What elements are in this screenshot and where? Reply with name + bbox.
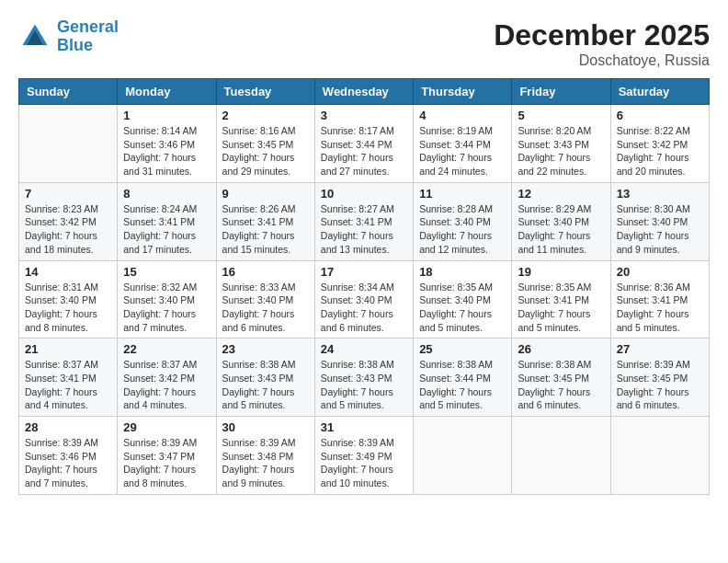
calendar-week-row: 21Sunrise: 8:37 AM Sunset: 3:41 PM Dayli… — [19, 339, 710, 417]
day-number: 11 — [419, 187, 506, 201]
calendar-cell: 26Sunrise: 8:38 AM Sunset: 3:45 PM Dayli… — [512, 339, 610, 417]
calendar-cell: 25Sunrise: 8:38 AM Sunset: 3:44 PM Dayli… — [414, 339, 512, 417]
day-info: Sunrise: 8:38 AM Sunset: 3:45 PM Dayligh… — [518, 358, 604, 412]
day-number: 19 — [518, 265, 604, 279]
day-number: 20 — [617, 265, 703, 279]
day-info: Sunrise: 8:35 AM Sunset: 3:40 PM Dayligh… — [419, 281, 506, 335]
logo-icon — [18, 20, 51, 53]
day-number: 4 — [419, 109, 506, 122]
calendar-cell: 2Sunrise: 8:16 AM Sunset: 3:45 PM Daylig… — [216, 105, 314, 183]
day-number: 1 — [123, 109, 210, 122]
day-number: 2 — [222, 109, 309, 122]
day-number: 21 — [25, 342, 111, 356]
weekday-header-tuesday: Tuesday — [216, 79, 314, 105]
calendar-cell: 18Sunrise: 8:35 AM Sunset: 3:40 PM Dayli… — [414, 260, 512, 339]
calendar-cell: 30Sunrise: 8:39 AM Sunset: 3:48 PM Dayli… — [216, 417, 314, 495]
day-number: 8 — [123, 187, 210, 201]
day-number: 29 — [123, 420, 210, 434]
calendar-cell: 23Sunrise: 8:38 AM Sunset: 3:43 PM Dayli… — [216, 339, 314, 417]
calendar-cell: 17Sunrise: 8:34 AM Sunset: 3:40 PM Dayli… — [314, 260, 413, 339]
calendar-cell: 8Sunrise: 8:24 AM Sunset: 3:41 PM Daylig… — [118, 182, 216, 260]
day-info: Sunrise: 8:39 AM Sunset: 3:47 PM Dayligh… — [123, 436, 210, 490]
day-number: 27 — [617, 342, 703, 356]
day-info: Sunrise: 8:39 AM Sunset: 3:46 PM Dayligh… — [25, 436, 111, 490]
weekday-header-saturday: Saturday — [610, 79, 709, 105]
calendar-cell: 12Sunrise: 8:29 AM Sunset: 3:40 PM Dayli… — [512, 182, 610, 260]
day-number: 7 — [25, 187, 111, 201]
day-number: 14 — [25, 265, 111, 279]
location-title: Doschatoye, Russia — [494, 52, 710, 69]
calendar-cell: 15Sunrise: 8:32 AM Sunset: 3:40 PM Dayli… — [118, 260, 216, 339]
calendar-cell: 1Sunrise: 8:14 AM Sunset: 3:46 PM Daylig… — [118, 105, 216, 183]
calendar-week-row: 28Sunrise: 8:39 AM Sunset: 3:46 PM Dayli… — [19, 417, 710, 495]
day-info: Sunrise: 8:38 AM Sunset: 3:43 PM Dayligh… — [222, 358, 309, 412]
day-info: Sunrise: 8:34 AM Sunset: 3:40 PM Dayligh… — [321, 281, 407, 335]
day-number: 6 — [617, 109, 703, 122]
calendar-cell: 13Sunrise: 8:30 AM Sunset: 3:40 PM Dayli… — [610, 182, 709, 260]
calendar-cell: 5Sunrise: 8:20 AM Sunset: 3:43 PM Daylig… — [512, 105, 610, 183]
calendar-cell: 31Sunrise: 8:39 AM Sunset: 3:49 PM Dayli… — [314, 417, 413, 495]
weekday-header-wednesday: Wednesday — [314, 79, 413, 105]
day-number: 24 — [321, 342, 407, 356]
day-info: Sunrise: 8:20 AM Sunset: 3:43 PM Dayligh… — [518, 124, 604, 178]
calendar-table: SundayMondayTuesdayWednesdayThursdayFrid… — [18, 78, 710, 495]
day-number: 22 — [123, 342, 210, 356]
day-info: Sunrise: 8:17 AM Sunset: 3:44 PM Dayligh… — [321, 124, 407, 178]
day-number: 3 — [321, 109, 407, 122]
day-info: Sunrise: 8:30 AM Sunset: 3:40 PM Dayligh… — [617, 202, 703, 257]
day-info: Sunrise: 8:19 AM Sunset: 3:44 PM Dayligh… — [419, 124, 506, 178]
calendar-cell: 24Sunrise: 8:38 AM Sunset: 3:43 PM Dayli… — [314, 339, 413, 417]
day-info: Sunrise: 8:38 AM Sunset: 3:44 PM Dayligh… — [419, 358, 506, 412]
day-number: 13 — [617, 187, 703, 201]
day-number: 17 — [321, 265, 407, 279]
calendar-cell: 7Sunrise: 8:23 AM Sunset: 3:42 PM Daylig… — [19, 182, 118, 260]
calendar-cell: 6Sunrise: 8:22 AM Sunset: 3:42 PM Daylig… — [610, 105, 709, 183]
month-title: December 2025 — [494, 18, 710, 52]
calendar-cell — [610, 417, 709, 495]
day-info: Sunrise: 8:32 AM Sunset: 3:40 PM Dayligh… — [123, 281, 210, 335]
day-number: 18 — [419, 265, 506, 279]
day-number: 23 — [222, 342, 309, 356]
day-info: Sunrise: 8:28 AM Sunset: 3:40 PM Dayligh… — [419, 202, 506, 257]
day-info: Sunrise: 8:39 AM Sunset: 3:45 PM Dayligh… — [617, 358, 703, 412]
day-info: Sunrise: 8:35 AM Sunset: 3:41 PM Dayligh… — [518, 281, 604, 335]
day-info: Sunrise: 8:31 AM Sunset: 3:40 PM Dayligh… — [25, 281, 111, 335]
day-info: Sunrise: 8:39 AM Sunset: 3:48 PM Dayligh… — [222, 436, 309, 490]
day-info: Sunrise: 8:37 AM Sunset: 3:41 PM Dayligh… — [25, 358, 111, 412]
day-info: Sunrise: 8:22 AM Sunset: 3:42 PM Dayligh… — [617, 124, 703, 178]
day-info: Sunrise: 8:36 AM Sunset: 3:41 PM Dayligh… — [617, 281, 703, 335]
day-info: Sunrise: 8:26 AM Sunset: 3:41 PM Dayligh… — [222, 202, 309, 257]
weekday-header-monday: Monday — [118, 79, 216, 105]
calendar-cell: 9Sunrise: 8:26 AM Sunset: 3:41 PM Daylig… — [216, 182, 314, 260]
calendar-cell: 19Sunrise: 8:35 AM Sunset: 3:41 PM Dayli… — [512, 260, 610, 339]
day-info: Sunrise: 8:33 AM Sunset: 3:40 PM Dayligh… — [222, 281, 309, 335]
title-block: December 2025 Doschatoye, Russia — [494, 18, 710, 69]
calendar-cell: 28Sunrise: 8:39 AM Sunset: 3:46 PM Dayli… — [19, 417, 118, 495]
day-number: 31 — [321, 420, 407, 434]
calendar-cell: 3Sunrise: 8:17 AM Sunset: 3:44 PM Daylig… — [314, 105, 413, 183]
day-number: 15 — [123, 265, 210, 279]
day-info: Sunrise: 8:27 AM Sunset: 3:41 PM Dayligh… — [321, 202, 407, 257]
day-info: Sunrise: 8:14 AM Sunset: 3:46 PM Dayligh… — [123, 124, 210, 178]
day-number: 30 — [222, 420, 309, 434]
day-number: 25 — [419, 342, 506, 356]
day-info: Sunrise: 8:23 AM Sunset: 3:42 PM Dayligh… — [25, 202, 111, 257]
day-number: 10 — [321, 187, 407, 201]
calendar-cell: 10Sunrise: 8:27 AM Sunset: 3:41 PM Dayli… — [314, 182, 413, 260]
day-info: Sunrise: 8:38 AM Sunset: 3:43 PM Dayligh… — [321, 358, 407, 412]
calendar-cell: 11Sunrise: 8:28 AM Sunset: 3:40 PM Dayli… — [414, 182, 512, 260]
calendar-cell — [19, 105, 118, 183]
day-info: Sunrise: 8:16 AM Sunset: 3:45 PM Dayligh… — [222, 124, 309, 178]
calendar-week-row: 7Sunrise: 8:23 AM Sunset: 3:42 PM Daylig… — [19, 182, 710, 260]
page-header: General Blue December 2025 Doschatoye, R… — [18, 18, 710, 69]
calendar-cell: 21Sunrise: 8:37 AM Sunset: 3:41 PM Dayli… — [19, 339, 118, 417]
day-number: 16 — [222, 265, 309, 279]
calendar-cell: 22Sunrise: 8:37 AM Sunset: 3:42 PM Dayli… — [118, 339, 216, 417]
calendar-cell: 14Sunrise: 8:31 AM Sunset: 3:40 PM Dayli… — [19, 260, 118, 339]
calendar-cell: 20Sunrise: 8:36 AM Sunset: 3:41 PM Dayli… — [610, 260, 709, 339]
day-number: 9 — [222, 187, 309, 201]
calendar-week-row: 1Sunrise: 8:14 AM Sunset: 3:46 PM Daylig… — [19, 105, 710, 183]
weekday-header-thursday: Thursday — [414, 79, 512, 105]
day-number: 12 — [518, 187, 604, 201]
calendar-cell — [512, 417, 610, 495]
